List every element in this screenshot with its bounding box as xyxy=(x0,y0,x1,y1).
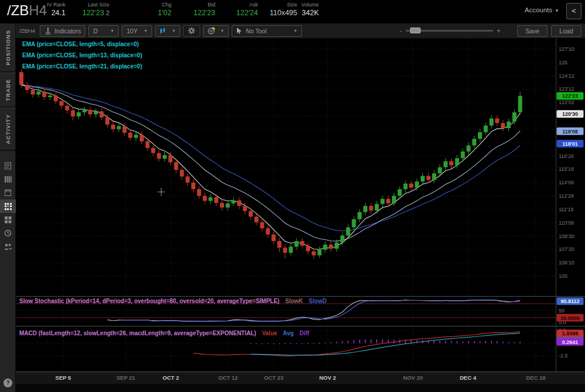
macd-diff-tick xyxy=(451,341,452,343)
chevron-down-icon: ▼ xyxy=(111,29,115,33)
candle-body xyxy=(214,197,218,203)
candle-body xyxy=(461,152,465,158)
macd-diff-tick xyxy=(445,341,446,343)
load-button[interactable]: Load xyxy=(551,25,581,37)
macd-diff-tick xyxy=(319,343,320,344)
candle-body xyxy=(507,122,511,128)
ema5-study-label[interactable]: EMA (price=CLOSE, length=5, displace=0) xyxy=(22,41,139,47)
price-axis-label: 111'18 xyxy=(559,207,573,212)
sidebar-help-button[interactable]: ? xyxy=(0,379,16,387)
stochastic-title: Slow Stochastic (kPeriod=14, dPeriod=3, … xyxy=(19,298,280,304)
candle-body xyxy=(312,251,316,255)
macd-diff-tick xyxy=(342,341,343,343)
macd-diff-tick xyxy=(439,341,441,343)
chart-type-dropdown[interactable]: ▼ xyxy=(155,25,180,37)
price-axis-label: 127'10 xyxy=(559,46,574,52)
slider-handle[interactable] xyxy=(410,27,421,33)
candle-body xyxy=(243,206,247,211)
macd-diff-tick xyxy=(331,342,332,343)
candle-body xyxy=(329,245,333,249)
candle-body xyxy=(191,183,195,189)
sidebar-columns-button[interactable] xyxy=(0,173,16,186)
candle-body xyxy=(249,211,253,217)
sidebar-apps-button[interactable] xyxy=(0,213,16,226)
price-axis-label: 115'16 xyxy=(559,166,574,172)
candle-body xyxy=(375,204,379,211)
stochastic-pane-legend[interactable]: Slow Stochastic (kPeriod=14, dPeriod=3, … xyxy=(19,298,326,304)
slider-track[interactable] xyxy=(405,30,493,32)
candle-body xyxy=(122,126,126,133)
ema21-study-label[interactable]: EMA (price=CLOSE, length=21, displace=0) xyxy=(22,63,142,70)
candle-body xyxy=(443,161,448,167)
macd-diff-tick xyxy=(474,341,475,343)
macd-diff-tick xyxy=(468,341,469,343)
range-dropdown[interactable]: 10Y▼ xyxy=(122,25,152,37)
chart-settings-button[interactable] xyxy=(183,25,200,37)
candle-body xyxy=(421,176,425,182)
candle-body xyxy=(432,173,436,180)
sidebar-history-button[interactable] xyxy=(0,226,16,240)
sidebar-charts-button[interactable] xyxy=(0,200,16,213)
price-axis-label: 105 xyxy=(559,273,567,279)
active-tool-dropdown[interactable]: No Tool ▼ xyxy=(232,25,302,37)
candle-body xyxy=(490,118,494,125)
aggregation-dropdown[interactable]: D▼ xyxy=(88,25,119,37)
sidebar-people-button[interactable] xyxy=(0,240,16,253)
macd-diff-tick xyxy=(382,339,383,343)
candle-body xyxy=(36,91,40,94)
save-button[interactable]: Save xyxy=(517,25,548,37)
candle-body xyxy=(19,72,23,85)
sidebar-report-button[interactable] xyxy=(0,159,16,173)
price-axis-label: 112'28 xyxy=(559,193,574,199)
collapse-panel-button[interactable]: < xyxy=(566,3,581,19)
date-axis-label: OCT 23 xyxy=(264,374,283,381)
macd-diff-tick xyxy=(508,342,510,343)
candle-body xyxy=(380,199,384,204)
zoom-out-label[interactable]: - xyxy=(400,27,402,35)
macd-diff-tick xyxy=(480,341,481,343)
chevron-down-icon: ▼ xyxy=(144,29,148,33)
stat-volume: Volume 342K xyxy=(280,2,319,18)
sidebar-tab-trade[interactable]: TRADE xyxy=(0,73,16,108)
slowd-legend-label: SlowD xyxy=(309,298,327,304)
price-axis-label: 116'26 xyxy=(559,153,574,159)
macd-diff-tick xyxy=(261,343,263,345)
candle-body xyxy=(294,241,298,247)
stoch-bubble-label: 90.8112 xyxy=(560,298,579,304)
time-zoom-slider[interactable]: - + xyxy=(396,27,504,35)
candle-body xyxy=(180,170,184,176)
trading-platform-window: 127'10126124'22123'12122'02120'24119'141… xyxy=(0,0,585,392)
candle-body xyxy=(174,162,178,170)
candle-body xyxy=(472,139,476,145)
macd-pane-legend[interactable]: MACD (fastLength=12, slowLength=26, macd… xyxy=(19,330,309,336)
zoom-in-label[interactable]: + xyxy=(497,27,501,35)
quote-header: /ZBH4 IV Rank 24.1 Last Size 122'232 Chg… xyxy=(0,0,585,23)
candle-body xyxy=(386,199,390,204)
stoch-bubble-label: 20.0000 xyxy=(560,315,580,321)
candle-body xyxy=(54,95,58,101)
sidebar-tab-positions[interactable]: POSITIONS xyxy=(0,23,16,73)
candle-body xyxy=(495,118,499,123)
price-axis-label: 126 xyxy=(559,60,567,66)
candlestick-type-icon xyxy=(160,27,167,35)
macd-axis-label: -2.5 xyxy=(559,353,568,359)
cursor-arrow-icon xyxy=(236,27,242,35)
price-axis-label: 122'02 xyxy=(559,99,574,105)
chevron-down-icon: ▼ xyxy=(220,29,224,33)
indicators-button[interactable]: Indicators xyxy=(40,25,86,37)
drawing-tools-dropdown[interactable]: ▼ xyxy=(203,25,229,37)
candle-body xyxy=(318,250,322,256)
candle-body xyxy=(346,228,350,236)
candle-body xyxy=(237,200,241,206)
sidebar-tab-activity[interactable]: ACTIVITY xyxy=(0,108,16,151)
chart-toolbar: /ZBH4 Indicators D▼ 10Y▼ ▼ xyxy=(16,23,585,39)
report-icon xyxy=(4,162,12,170)
date-axis-strip xyxy=(16,372,585,384)
date-axis-label: DEC 4 xyxy=(460,374,477,381)
candle-body xyxy=(168,155,173,162)
slowk-legend-label: SlowK xyxy=(285,298,303,304)
macd-diff-tick xyxy=(256,343,257,345)
sidebar-frame-button[interactable] xyxy=(0,186,16,200)
accounts-dropdown[interactable]: Accounts▼ xyxy=(525,6,559,13)
ema13-study-label[interactable]: EMA (price=CLOSE, length=13, displace=0) xyxy=(22,52,142,59)
